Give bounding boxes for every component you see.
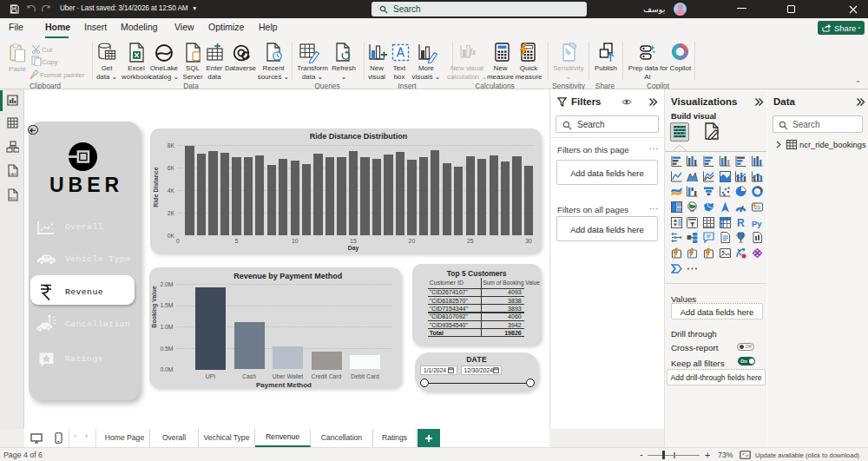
svg-text:TMDL: TMDL (8, 197, 16, 201)
svg-text:Py: Py (752, 218, 762, 227)
svg-text:R: R (737, 217, 745, 228)
svg-text:DAX: DAX (9, 172, 16, 176)
svg-text:fx: fx (470, 47, 477, 56)
